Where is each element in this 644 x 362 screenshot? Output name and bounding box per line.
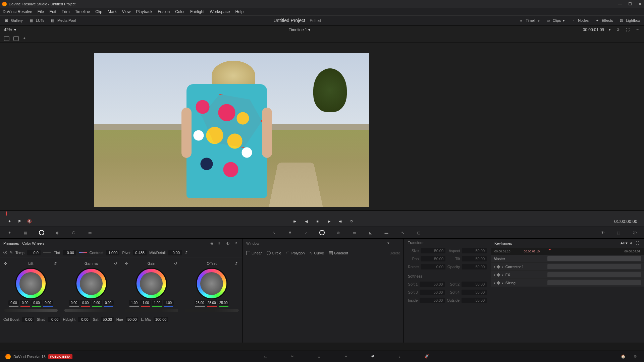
offset-r[interactable]: 25.00 bbox=[195, 300, 206, 305]
menu-color[interactable]: Color bbox=[175, 9, 185, 14]
gamma-g[interactable]: 0.00 bbox=[92, 300, 102, 305]
diamond-icon[interactable] bbox=[496, 265, 500, 268]
blur-icon[interactable]: ◣ bbox=[367, 229, 374, 236]
lift-wheel[interactable] bbox=[16, 269, 46, 298]
menu-clip[interactable]: Clip bbox=[95, 9, 102, 14]
menu-edit[interactable]: Edit bbox=[49, 9, 56, 14]
color-warper-icon[interactable]: ✱ bbox=[286, 229, 293, 236]
temp-slider[interactable] bbox=[43, 252, 51, 253]
auto-balance-icon[interactable]: Ⓐ bbox=[3, 250, 7, 255]
menu-playback[interactable]: Playback bbox=[136, 9, 152, 14]
lift-r[interactable]: 0.00 bbox=[20, 300, 31, 305]
outside-value[interactable]: 50.00 bbox=[462, 298, 487, 303]
gamma-r[interactable]: 0.00 bbox=[80, 300, 91, 305]
loop-icon[interactable]: ↻ bbox=[349, 219, 355, 224]
aspect-value[interactable]: 50.00 bbox=[462, 248, 487, 253]
window-icon[interactable] bbox=[319, 229, 325, 236]
keyframes-all-dropdown[interactable]: All ▾ bbox=[621, 241, 628, 245]
pick-white-icon[interactable]: ✎ bbox=[10, 250, 13, 255]
soft2-value[interactable]: 50.00 bbox=[462, 282, 487, 287]
tint-slider[interactable] bbox=[79, 252, 87, 253]
temp-value[interactable]: 0.0 bbox=[27, 250, 41, 255]
lmix-value[interactable]: 100.00 bbox=[154, 317, 168, 322]
curves-icon[interactable]: ∿ bbox=[270, 229, 277, 236]
kf-track-master[interactable]: Master bbox=[491, 255, 644, 263]
diamond-icon[interactable] bbox=[496, 273, 500, 277]
lightbox-button[interactable]: ⊡Lightbox bbox=[619, 18, 640, 23]
menu-file[interactable]: File bbox=[38, 9, 44, 14]
offset-wheel[interactable] bbox=[197, 269, 226, 298]
mid-value[interactable]: 0.00 bbox=[168, 250, 182, 255]
keyframe-ruler[interactable]: 00:00:01:10 00:00:01:10 00:00:04:07 bbox=[491, 248, 644, 255]
chevron-right-icon[interactable]: ▸ bbox=[502, 265, 503, 268]
wheels-mode-icon[interactable]: ◉ bbox=[210, 241, 215, 246]
gain-reset-icon[interactable]: ↺ bbox=[174, 261, 178, 265]
stop-icon[interactable]: ■ bbox=[315, 219, 320, 224]
highlight-icon[interactable]: ✦ bbox=[23, 36, 26, 41]
scopes-view-icon[interactable]: 👁 bbox=[599, 229, 606, 236]
opacity-value[interactable]: 50.00 bbox=[462, 264, 487, 269]
image-wipe-icon[interactable] bbox=[4, 36, 9, 41]
delete-window-button[interactable]: Delete bbox=[389, 251, 400, 255]
log-mode-icon[interactable]: ◐ bbox=[226, 241, 231, 246]
menu-help[interactable]: Help bbox=[235, 9, 244, 14]
mini-timeline[interactable] bbox=[0, 210, 644, 216]
clips-button[interactable]: ▭Clips ▾ bbox=[546, 18, 565, 23]
chevron-right-icon[interactable]: ▸ bbox=[502, 273, 503, 277]
viewer-timecode[interactable]: 00:00:01:09 bbox=[583, 27, 604, 32]
tracker-icon[interactable]: ⊕ bbox=[335, 229, 341, 236]
sat-value[interactable]: 50.00 bbox=[101, 317, 114, 322]
step-back-icon[interactable]: ◀ bbox=[304, 219, 309, 224]
expand-icon[interactable]: ⛶ bbox=[625, 27, 630, 32]
close-icon[interactable]: ✕ bbox=[638, 2, 642, 6]
diamond-icon[interactable] bbox=[496, 281, 500, 285]
effects-button[interactable]: ✦Effects bbox=[595, 18, 613, 23]
minimize-icon[interactable]: — bbox=[618, 2, 622, 6]
maximize-icon[interactable]: ☐ bbox=[628, 2, 632, 6]
tilt-value[interactable]: 50.00 bbox=[462, 256, 487, 261]
menu-timeline[interactable]: Timeline bbox=[75, 9, 90, 14]
inside-value[interactable]: 50.00 bbox=[420, 298, 445, 303]
lift-b[interactable]: 0.00 bbox=[43, 300, 53, 305]
sizing-icon[interactable]: ⤡ bbox=[399, 229, 406, 236]
kf-playhead-icon[interactable] bbox=[548, 248, 551, 255]
linear-shape-button[interactable]: Linear bbox=[246, 251, 262, 255]
info-icon[interactable]: ⓘ bbox=[631, 229, 638, 236]
settings-icon[interactable]: ⚙ bbox=[632, 353, 639, 360]
nodes-button[interactable]: ◦Nodes bbox=[571, 18, 589, 23]
fairlight-page-icon[interactable]: ♪ bbox=[396, 353, 403, 360]
lift-jog[interactable] bbox=[4, 309, 58, 312]
play-icon[interactable]: ▶ bbox=[326, 219, 332, 224]
hue-value[interactable]: 50.00 bbox=[126, 317, 139, 322]
shad-value[interactable]: 0.00 bbox=[48, 317, 60, 322]
gallery-button[interactable]: ⊞Gallery bbox=[4, 18, 23, 23]
soft3-value[interactable]: 50.00 bbox=[420, 290, 445, 295]
lift-y[interactable]: 0.00 bbox=[8, 300, 19, 305]
media-page-icon[interactable]: ▭ bbox=[262, 353, 269, 360]
gamma-b[interactable]: 0.00 bbox=[103, 300, 114, 305]
prev-clip-icon[interactable]: ⏮ bbox=[292, 219, 298, 224]
lift-reset-icon[interactable]: ↺ bbox=[54, 261, 58, 265]
home-icon[interactable]: 🏠 bbox=[620, 353, 627, 360]
viewer-image[interactable] bbox=[94, 53, 369, 207]
fusion-page-icon[interactable]: ✦ bbox=[343, 353, 350, 360]
key-icon[interactable]: ▬ bbox=[383, 229, 390, 236]
qualifier-icon[interactable]: ⟋ bbox=[303, 229, 309, 236]
menu-workspace[interactable]: Workspace bbox=[210, 9, 230, 14]
gain-picker-icon[interactable]: ✛ bbox=[125, 261, 129, 265]
record-timecode[interactable]: 01:00:00:00 bbox=[614, 219, 637, 224]
viewer[interactable] bbox=[0, 43, 644, 210]
keyframes-expand-icon[interactable]: ⛶ bbox=[636, 241, 640, 246]
bars-mode-icon[interactable]: ⦀ bbox=[218, 241, 223, 246]
lift-picker-icon[interactable]: ✛ bbox=[4, 261, 8, 265]
tint-value[interactable]: 0.00 bbox=[63, 250, 76, 255]
color-wheels-icon[interactable] bbox=[38, 229, 45, 236]
kf-track-sizing[interactable]: •▸Sizing bbox=[491, 279, 644, 287]
luts-button[interactable]: ▦LUTs bbox=[29, 18, 44, 23]
window-options-icon[interactable]: ⋯ bbox=[395, 241, 400, 246]
contrast-value[interactable]: 1.000 bbox=[106, 250, 119, 255]
gain-b[interactable]: 1.00 bbox=[163, 300, 174, 305]
bypass-icon[interactable]: ⊘ bbox=[615, 27, 621, 32]
gain-wheel[interactable] bbox=[137, 269, 166, 298]
menu-fairlight[interactable]: Fairlight bbox=[190, 9, 205, 14]
